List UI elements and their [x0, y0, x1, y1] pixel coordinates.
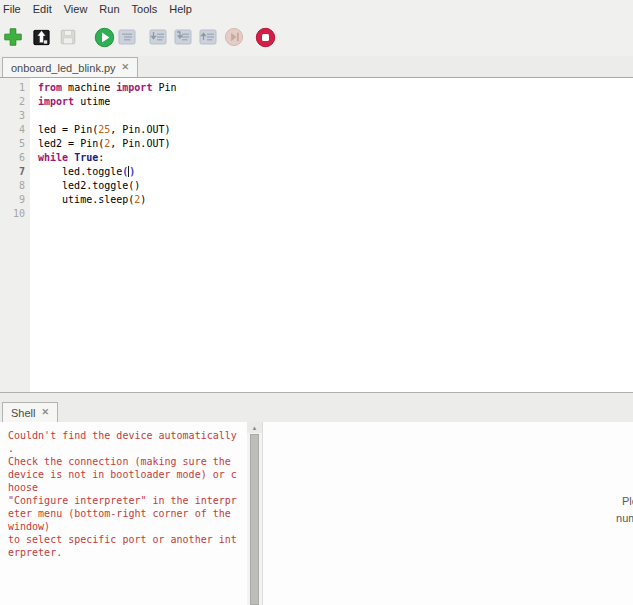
step-over-icon: [148, 27, 168, 47]
shell-error-line: hoose: [8, 481, 247, 494]
step-into-icon: [173, 27, 193, 47]
stop-restart-button[interactable]: [254, 26, 276, 48]
line-number: 9: [0, 193, 30, 207]
menubar: FileEditViewRunToolsHelp: [0, 0, 633, 18]
plus-icon: [3, 27, 23, 47]
plotter-text-line: [263, 527, 633, 538]
floppy-save-icon: [59, 28, 77, 46]
menu-help[interactable]: Help: [163, 1, 198, 17]
thonny-window: FileEditViewRunToolsHelp onboard_led_bli…: [0, 0, 633, 605]
shell-error-line: erpreter.: [8, 546, 247, 559]
code-line: led2.toggle(): [30, 179, 633, 193]
line-number: 8: [0, 179, 30, 193]
step-over-button: [147, 26, 169, 48]
load-file-button[interactable]: [30, 26, 52, 48]
line-number: 3: [0, 109, 30, 123]
code-line: led.toggle(): [30, 165, 633, 179]
menu-tools[interactable]: Tools: [126, 1, 164, 17]
editor-tab-label: onboard_led_blink.py: [11, 62, 116, 74]
save-file-button: [57, 26, 79, 48]
floppy-load-icon: [32, 28, 51, 47]
step-into-button: [172, 26, 194, 48]
code-text-area[interactable]: from machine import Pinimport utimeled =…: [30, 78, 633, 392]
toolbar: [0, 18, 633, 56]
step-out-icon: [198, 27, 218, 47]
line-number-gutter: 12345678910: [0, 78, 30, 392]
shell-error-line: Couldn't find the device automatically: [8, 429, 247, 442]
menu-view[interactable]: View: [58, 1, 94, 17]
code-editor[interactable]: 12345678910 from machine import Pinimpor…: [0, 78, 633, 392]
code-line: utime.sleep(2): [30, 193, 633, 207]
line-number: 7: [0, 165, 30, 179]
line-number: 6: [0, 151, 30, 165]
line-number: 10: [0, 207, 30, 221]
line-number: 1: [0, 81, 30, 95]
code-line: while True:: [30, 151, 633, 165]
shell-error-line: window): [8, 520, 247, 533]
shell-error-line: device is not in bootloader mode) or c: [8, 468, 247, 481]
menu-file[interactable]: File: [0, 1, 27, 17]
tab-close-icon[interactable]: ✕: [122, 63, 130, 72]
plotter-pane: Plotter visualizes series ofnumbers prin…: [263, 422, 633, 605]
code-line: led = Pin(25, Pin.OUT): [30, 123, 633, 137]
stop-circle-icon: [255, 27, 276, 48]
resume-button: [223, 26, 245, 48]
resume-icon: [224, 27, 244, 47]
play-circle-icon: [94, 27, 115, 48]
plotter-text-line: See Help for details.: [263, 538, 633, 555]
shell-error-line: eter menu (bottom-right corner of the: [8, 507, 247, 520]
plotter-placeholder-text: Plotter visualizes series ofnumbers prin…: [263, 493, 633, 555]
plotter-text-line: Plotter visualizes series of: [263, 493, 633, 510]
shell-tab-bar: Shell ✕: [0, 392, 633, 423]
shell-error-line: to select specific port or another int: [8, 533, 247, 546]
new-file-button[interactable]: [2, 26, 24, 48]
shell-error-line: "Configure interpreter" in the interpr: [8, 494, 247, 507]
menu-edit[interactable]: Edit: [27, 1, 58, 17]
plotter-text-line: numbers printed to the shell.: [263, 510, 633, 527]
run-script-button[interactable]: [93, 26, 115, 48]
line-number: 4: [0, 123, 30, 137]
shell-tab-label: Shell: [11, 407, 35, 419]
tab-onboard-led-blink-py[interactable]: onboard_led_blink.py ✕: [2, 57, 138, 77]
step-out-button: [197, 26, 219, 48]
shell-error-line: Check the connection (making sure the: [8, 455, 247, 468]
code-line: [30, 207, 633, 221]
code-line: import utime: [30, 95, 633, 109]
editor-tab-bar: onboard_led_blink.py ✕: [0, 56, 633, 78]
menu-run[interactable]: Run: [93, 1, 125, 17]
shell-error-line: .: [8, 442, 247, 455]
code-line: from machine import Pin: [30, 81, 633, 95]
line-number: 5: [0, 137, 30, 151]
tab-close-icon[interactable]: ✕: [41, 408, 49, 417]
line-number: 2: [0, 95, 30, 109]
code-line: led2 = Pin(2, Pin.OUT): [30, 137, 633, 151]
debug-script-button: [116, 26, 138, 48]
tab-shell[interactable]: Shell ✕: [2, 402, 58, 422]
shell-scrollbar[interactable]: ▲: [247, 422, 262, 605]
debug-list-icon: [117, 27, 137, 47]
code-line: [30, 109, 633, 123]
scroll-up-icon[interactable]: ▲: [247, 422, 262, 433]
shell-output[interactable]: Couldn't find the device automatically.C…: [0, 422, 247, 605]
scrollbar-thumb[interactable]: [250, 434, 259, 605]
